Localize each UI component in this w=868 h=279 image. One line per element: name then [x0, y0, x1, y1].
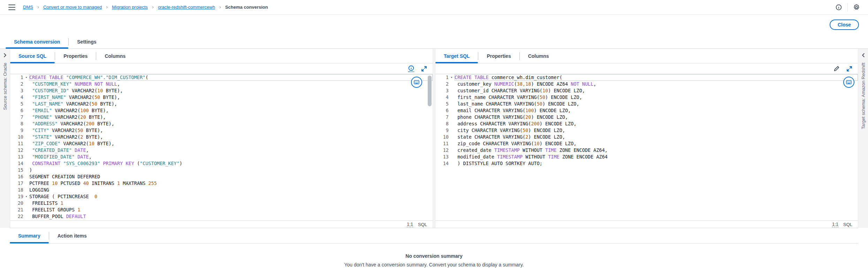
cursor-position[interactable]: 1:1 [407, 222, 413, 227]
target-editor-statusbar: 1:1 SQL [435, 221, 858, 228]
language-mode: SQL [418, 222, 427, 227]
vertical-scrollbar[interactable] [428, 76, 432, 106]
line-number: 9 [435, 127, 449, 134]
source-toolbar [10, 63, 433, 74]
line-number: 2 [435, 81, 449, 87]
code-line: 13 modified_date TIMESTAMP WITHOUT TIME … [435, 154, 858, 160]
target-toolbar [435, 63, 858, 74]
code-text: first_name CHARACTER VARYING(50) ENCODE … [455, 94, 858, 101]
source-sql-panel: Source SQLPropertiesColumns 1▾CREA [10, 49, 433, 228]
code-text: PCTFREE 10 PCTUSED 40 INITRANS 1 MAXTRAN… [29, 180, 433, 187]
code-text: customer_id CHARACTER VARYING(10) ENCODE… [455, 87, 858, 94]
expand-right-panel-chevron-left-icon[interactable] [860, 52, 867, 59]
fold-spacer [23, 160, 29, 167]
expand-icon[interactable] [421, 66, 427, 72]
tab-properties[interactable]: Properties [55, 49, 96, 63]
fold-spacer [23, 154, 29, 160]
target-panel-tab-bar: Target SQLPropertiesColumns [435, 49, 858, 63]
tab-properties[interactable]: Properties [478, 49, 519, 63]
line-number: 13 [10, 154, 23, 160]
breadcrumb-link[interactable]: Convert or move to managed [43, 5, 102, 10]
fold-spacer [23, 187, 29, 193]
code-text: SEGMENT CREATION DEFERRED [29, 173, 433, 180]
line-number: 8 [435, 121, 449, 127]
keyboard-shortcuts-icon[interactable] [411, 77, 422, 88]
fold-spacer [23, 121, 29, 127]
fold-spacer [23, 207, 29, 213]
fold-spacer [449, 140, 455, 147]
fold-spacer [23, 213, 29, 220]
tab-columns[interactable]: Columns [96, 49, 134, 63]
empty-state-description: You don't have a conversion summary. Con… [10, 262, 858, 268]
settings-icon[interactable] [853, 4, 860, 10]
empty-state: No conversion summary You don't have a c… [10, 243, 858, 268]
tab-action-items[interactable]: Action items [49, 228, 95, 243]
line-number: 20 [10, 200, 23, 207]
tab-columns[interactable]: Columns [520, 49, 557, 63]
keyboard-shortcuts-icon[interactable] [843, 77, 854, 88]
code-text: state CHARACTER VARYING(2) ENCODE LZO, [455, 134, 858, 140]
code-line: 9 "CITY" VARCHAR2(50 BYTE), [10, 127, 433, 134]
code-text: customer_key NUMERIC(38,18) ENCODE AZ64 … [455, 81, 858, 87]
breadcrumb-link[interactable]: oracle-redshift-commercewh [158, 5, 215, 10]
code-line: 6 "EMAIL" VARCHAR2(100 BYTE), [10, 107, 433, 114]
code-text: phone CHARACTER VARYING(20) ENCODE LZO, [455, 114, 858, 121]
source-schema-rail: Source schema: Oracle [0, 49, 10, 228]
line-number: 6 [10, 107, 23, 114]
line-number: 12 [435, 147, 449, 154]
fold-arrow-icon[interactable]: ▾ [449, 74, 455, 81]
fold-spacer [449, 147, 455, 154]
expand-icon[interactable] [846, 66, 852, 72]
line-number: 7 [10, 114, 23, 121]
tab-summary[interactable]: Summary [10, 228, 49, 243]
edit-pencil-icon[interactable] [833, 66, 839, 72]
code-line: 19▾STORAGE ( PCTINCREASE 0 [10, 193, 433, 200]
code-line: 2 "CUSTOMER_KEY" NUMBER NOT NULL, [10, 81, 433, 87]
menu-hamburger-icon[interactable] [8, 5, 15, 10]
line-number: 14 [435, 160, 449, 167]
code-text: CREATE TABLE "COMMERCE_WH"."DIM_CUSTOMER… [29, 74, 433, 81]
summary-tab-bar: SummaryAction items [10, 228, 858, 243]
close-button[interactable]: Close [830, 20, 859, 30]
info-icon[interactable] [836, 4, 842, 10]
code-text: FREELIST GROUPS 1 [29, 207, 433, 213]
code-text: address CHARACTER VARYING(200) ENCODE LZ… [455, 121, 858, 127]
fold-spacer [23, 134, 29, 140]
code-text: FLASH_CACHE DEFAULT [29, 220, 433, 221]
divider [847, 3, 848, 11]
info-icon[interactable] [408, 65, 414, 72]
fold-spacer [23, 180, 29, 187]
fold-spacer [23, 147, 29, 154]
breadcrumb-link[interactable]: DMS [23, 5, 33, 10]
tab-target-sql[interactable]: Target SQL [435, 49, 478, 63]
language-mode: SQL [843, 222, 852, 227]
topbar-actions [836, 3, 860, 11]
fold-spacer [23, 107, 29, 114]
code-line: 2 customer_key NUMERIC(38,18) ENCODE AZ6… [435, 81, 858, 87]
line-number: 4 [10, 94, 23, 101]
source-panel-tab-bar: Source SQLPropertiesColumns [10, 49, 433, 63]
cursor-position[interactable]: 1:1 [832, 222, 838, 227]
fold-arrow-icon[interactable]: ▾ [23, 74, 29, 81]
tab-source-sql[interactable]: Source SQL [10, 49, 55, 63]
target-code-editor[interactable]: 1▾CREATE TABLE commerce_wh.dim_customer(… [435, 74, 858, 221]
breadcrumb-current: Schema conversion [225, 5, 268, 10]
fold-spacer [23, 173, 29, 180]
breadcrumb-link[interactable]: Migration projects [112, 5, 148, 10]
target-sql-panel: Target SQLPropertiesColumns 1▾CREATE TAB… [435, 49, 858, 228]
code-text: CONSTRAINT "SYS_C006293" PRIMARY KEY ("C… [29, 160, 433, 167]
code-text: last_name CHARACTER VARYING(50) ENCODE L… [455, 101, 858, 107]
code-line: 11 "ZIP_CODE" VARCHAR2(10 BYTE), [10, 140, 433, 147]
code-line: 14 ) DISTSTYLE AUTO SORTKEY AUTO; [435, 160, 858, 167]
expand-left-panel-chevron-right-icon[interactable] [2, 52, 8, 59]
tab-schema-conversion[interactable]: Schema conversion [6, 35, 68, 48]
fold-arrow-icon[interactable]: ▾ [23, 193, 29, 200]
source-code-editor[interactable]: 1▾CREATE TABLE "COMMERCE_WH"."DIM_CUSTOM… [10, 74, 433, 221]
line-number: 18 [10, 187, 23, 193]
fold-spacer [449, 121, 455, 127]
code-line: 9 city CHARACTER VARYING(50) ENCODE LZO, [435, 127, 858, 134]
tab-settings[interactable]: Settings [69, 35, 105, 48]
code-text: "ZIP_CODE" VARCHAR2(10 BYTE), [29, 140, 433, 147]
fold-spacer [449, 160, 455, 167]
empty-state-title: No conversion summary [10, 253, 858, 259]
